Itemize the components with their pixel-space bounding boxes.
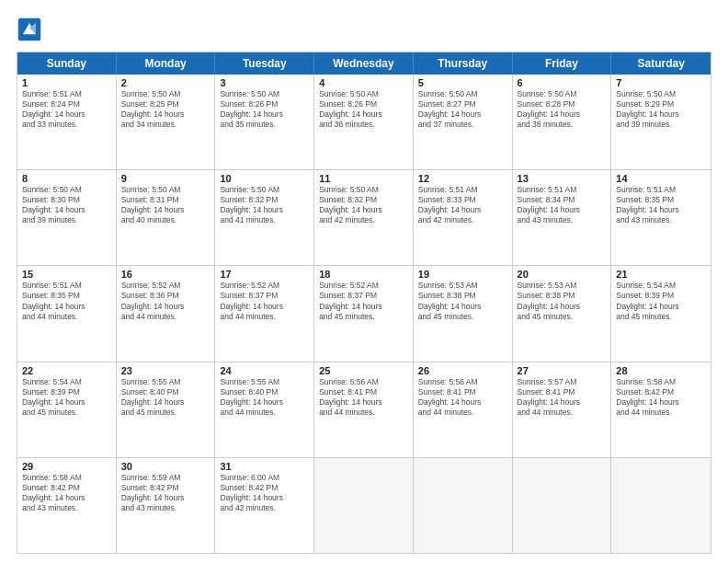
cell-text: Sunrise: 5:54 AM	[616, 281, 706, 291]
cell-text: Sunset: 8:31 PM	[121, 195, 210, 205]
calendar-week-2: 8Sunrise: 5:50 AMSunset: 8:30 PMDaylight…	[17, 169, 711, 265]
cell-text: Sunset: 8:41 PM	[518, 387, 607, 397]
header-day-tuesday: Tuesday	[215, 52, 314, 75]
day-number: 21	[616, 269, 706, 280]
cell-text: Sunrise: 5:50 AM	[220, 89, 309, 99]
calendar-empty	[314, 458, 414, 553]
cell-text: Sunrise: 5:51 AM	[518, 185, 607, 195]
cell-text: Daylight: 14 hours	[121, 493, 210, 503]
day-number: 17	[220, 269, 309, 280]
calendar-day-12: 12Sunrise: 5:51 AMSunset: 8:33 PMDayligh…	[414, 170, 513, 265]
day-number: 10	[220, 173, 309, 184]
day-number: 27	[518, 365, 607, 376]
calendar-day-8: 8Sunrise: 5:50 AMSunset: 8:30 PMDaylight…	[17, 170, 117, 265]
calendar-day-23: 23Sunrise: 5:55 AMSunset: 8:40 PMDayligh…	[117, 362, 216, 457]
calendar-day-19: 19Sunrise: 5:53 AMSunset: 8:38 PMDayligh…	[414, 266, 513, 361]
cell-text: Sunrise: 5:57 AM	[518, 377, 607, 387]
calendar-body: 1Sunrise: 5:51 AMSunset: 8:24 PMDaylight…	[17, 75, 711, 553]
cell-text: Sunset: 8:39 PM	[616, 291, 706, 301]
cell-text: Sunrise: 5:52 AM	[319, 281, 408, 291]
cell-text: Sunrise: 5:55 AM	[121, 377, 210, 387]
header-day-friday: Friday	[513, 52, 612, 75]
cell-text: Sunrise: 5:56 AM	[319, 377, 408, 387]
calendar-day-15: 15Sunrise: 5:51 AMSunset: 8:35 PMDayligh…	[17, 266, 117, 361]
cell-text: and 43 minutes.	[121, 503, 210, 513]
calendar-day-5: 5Sunrise: 5:50 AMSunset: 8:27 PMDaylight…	[414, 75, 513, 169]
cell-text: Sunset: 8:28 PM	[518, 99, 607, 109]
cell-text: Daylight: 14 hours	[418, 109, 507, 120]
cell-text: and 35 minutes.	[220, 120, 309, 130]
day-number: 23	[121, 365, 210, 376]
calendar-day-9: 9Sunrise: 5:50 AMSunset: 8:31 PMDaylight…	[117, 170, 216, 265]
cell-text: Daylight: 14 hours	[220, 397, 309, 408]
calendar-header: SundayMondayTuesdayWednesdayThursdayFrid…	[17, 52, 711, 75]
cell-text: Sunset: 8:42 PM	[121, 483, 210, 493]
cell-text: Sunrise: 5:50 AM	[616, 89, 706, 99]
cell-text: Sunset: 8:42 PM	[220, 483, 309, 493]
cell-text: Daylight: 14 hours	[319, 205, 408, 215]
cell-text: Sunset: 8:34 PM	[518, 195, 607, 205]
day-number: 28	[616, 365, 706, 376]
cell-text: and 44 minutes.	[22, 312, 111, 322]
cell-text: and 45 minutes.	[319, 312, 408, 322]
header-day-saturday: Saturday	[611, 52, 711, 75]
calendar-day-3: 3Sunrise: 5:50 AMSunset: 8:26 PMDaylight…	[215, 75, 314, 169]
cell-text: Sunrise: 5:51 AM	[22, 89, 111, 99]
day-number: 29	[22, 461, 111, 472]
cell-text: Sunset: 8:24 PM	[22, 99, 111, 109]
cell-text: Sunset: 8:26 PM	[319, 99, 408, 109]
calendar-day-7: 7Sunrise: 5:50 AMSunset: 8:29 PMDaylight…	[611, 75, 711, 169]
cell-text: Sunrise: 5:50 AM	[418, 89, 507, 99]
cell-text: Sunset: 8:35 PM	[616, 195, 706, 205]
cell-text: and 36 minutes.	[319, 120, 408, 130]
calendar-day-13: 13Sunrise: 5:51 AMSunset: 8:34 PMDayligh…	[513, 170, 612, 265]
cell-text: Sunrise: 5:51 AM	[418, 185, 507, 195]
cell-text: and 44 minutes.	[418, 408, 507, 418]
calendar-day-11: 11Sunrise: 5:50 AMSunset: 8:32 PMDayligh…	[314, 170, 414, 265]
cell-text: Sunset: 8:40 PM	[121, 387, 210, 397]
cell-text: Sunset: 8:26 PM	[220, 99, 309, 109]
calendar: SundayMondayTuesdayWednesdayThursdayFrid…	[17, 52, 711, 554]
cell-text: and 44 minutes.	[121, 312, 210, 322]
header-day-sunday: Sunday	[17, 52, 117, 75]
calendar-day-4: 4Sunrise: 5:50 AMSunset: 8:26 PMDaylight…	[314, 75, 414, 169]
cell-text: Sunset: 8:32 PM	[220, 195, 309, 205]
calendar-day-20: 20Sunrise: 5:53 AMSunset: 8:38 PMDayligh…	[513, 266, 612, 361]
cell-text: Sunrise: 5:58 AM	[616, 377, 706, 387]
cell-text: Daylight: 14 hours	[22, 302, 111, 312]
cell-text: and 42 minutes.	[220, 503, 309, 513]
day-number: 30	[121, 461, 210, 472]
cell-text: and 45 minutes.	[518, 312, 607, 322]
header	[17, 17, 711, 42]
cell-text: Sunrise: 5:53 AM	[418, 281, 507, 291]
cell-text: Daylight: 14 hours	[518, 302, 607, 312]
day-number: 12	[418, 173, 507, 184]
cell-text: Sunrise: 5:50 AM	[319, 89, 408, 99]
cell-text: and 42 minutes.	[319, 215, 408, 225]
calendar-day-6: 6Sunrise: 5:50 AMSunset: 8:28 PMDaylight…	[513, 75, 612, 169]
calendar-day-2: 2Sunrise: 5:50 AMSunset: 8:25 PMDaylight…	[117, 75, 216, 169]
calendar-day-17: 17Sunrise: 5:52 AMSunset: 8:37 PMDayligh…	[215, 266, 314, 361]
day-number: 8	[22, 173, 111, 184]
cell-text: and 43 minutes.	[616, 215, 706, 225]
cell-text: Daylight: 14 hours	[518, 205, 607, 215]
cell-text: and 45 minutes.	[121, 408, 210, 418]
cell-text: Daylight: 14 hours	[518, 397, 607, 408]
cell-text: Sunrise: 5:54 AM	[22, 377, 111, 387]
cell-text: Daylight: 14 hours	[220, 109, 309, 120]
calendar-day-16: 16Sunrise: 5:52 AMSunset: 8:36 PMDayligh…	[117, 266, 216, 361]
cell-text: Sunset: 8:40 PM	[220, 387, 309, 397]
cell-text: Sunset: 8:37 PM	[220, 291, 309, 301]
cell-text: Daylight: 14 hours	[418, 302, 507, 312]
cell-text: Daylight: 14 hours	[220, 205, 309, 215]
cell-text: Daylight: 14 hours	[121, 205, 210, 215]
cell-text: Daylight: 14 hours	[319, 109, 408, 120]
calendar-day-22: 22Sunrise: 5:54 AMSunset: 8:39 PMDayligh…	[17, 362, 117, 457]
day-number: 9	[121, 173, 210, 184]
cell-text: Sunset: 8:42 PM	[22, 483, 111, 493]
cell-text: Sunset: 8:32 PM	[319, 195, 408, 205]
cell-text: and 33 minutes.	[22, 120, 111, 130]
calendar-week-3: 15Sunrise: 5:51 AMSunset: 8:35 PMDayligh…	[17, 265, 711, 361]
cell-text: Daylight: 14 hours	[22, 109, 111, 120]
cell-text: and 45 minutes.	[22, 408, 111, 418]
